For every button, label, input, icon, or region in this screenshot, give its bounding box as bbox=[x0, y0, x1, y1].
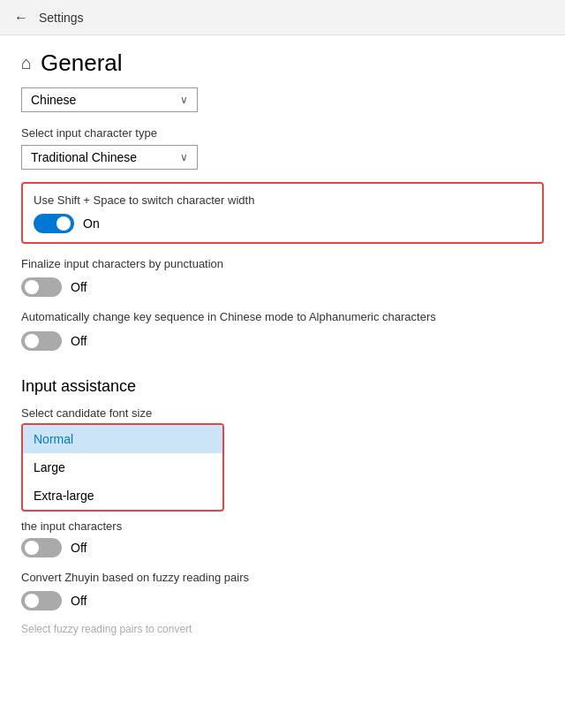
shift-space-toggle-knob bbox=[56, 216, 71, 231]
finalize-punctuation-knob bbox=[25, 280, 39, 294]
select-fuzzy-label: Select fuzzy reading pairs to convert bbox=[21, 623, 544, 635]
character-type-value: Traditional Chinese bbox=[31, 150, 137, 164]
auto-change-key-description: Automatically change key sequence in Chi… bbox=[21, 309, 544, 325]
candidate-font-option-normal[interactable]: Normal bbox=[23, 425, 222, 453]
back-button[interactable]: ← bbox=[14, 10, 28, 26]
candidate-font-label: Select candidate font size bbox=[21, 406, 544, 420]
convert-zhuyin-setting: Convert Zhuyin based on fuzzy reading pa… bbox=[21, 570, 544, 610]
candidate-font-option-extra-large[interactable]: Extra-large bbox=[23, 482, 222, 510]
convert-zhuyin-toggle-row: Off bbox=[21, 591, 544, 610]
shift-space-description: Use Shift + Space to switch character wi… bbox=[34, 193, 531, 209]
character-type-dropdown[interactable]: Traditional Chinese ∨ bbox=[21, 145, 198, 170]
convert-zhuyin-label: Off bbox=[71, 594, 87, 608]
finalize-punctuation-toggle[interactable] bbox=[21, 277, 62, 297]
auto-change-key-knob bbox=[25, 334, 39, 348]
candidate-font-container: Select candidate font size Normal Large … bbox=[21, 406, 544, 512]
auto-change-key-toggle[interactable] bbox=[21, 331, 62, 351]
candidate-font-option-large[interactable]: Large bbox=[23, 453, 222, 482]
auto-change-key-toggle-row: Off bbox=[21, 331, 544, 351]
input-characters-setting: the input characters Off bbox=[21, 519, 544, 557]
page-heading: ⌂ General bbox=[21, 49, 544, 77]
candidate-font-dropdown-list: Normal Large Extra-large bbox=[21, 423, 224, 512]
character-type-arrow: ∨ bbox=[180, 151, 188, 163]
finalize-punctuation-toggle-row: Off bbox=[21, 277, 544, 297]
language-dropdown[interactable]: Chinese ∨ bbox=[21, 87, 198, 112]
shift-space-toggle-row: On bbox=[34, 214, 531, 233]
input-assistance-heading: Input assistance bbox=[21, 377, 544, 396]
convert-zhuyin-description: Convert Zhuyin based on fuzzy reading pa… bbox=[21, 570, 544, 586]
input-characters-knob bbox=[25, 541, 39, 555]
input-characters-toggle-row: Off bbox=[21, 538, 544, 557]
section-divider bbox=[21, 363, 544, 370]
shift-space-toggle-label: On bbox=[83, 216, 100, 231]
convert-zhuyin-knob bbox=[25, 594, 39, 608]
character-type-setting: Select input character type Traditional … bbox=[21, 126, 544, 170]
language-dropdown-value: Chinese bbox=[31, 93, 76, 107]
input-characters-toggle[interactable] bbox=[21, 538, 62, 557]
home-icon: ⌂ bbox=[21, 53, 32, 73]
content-area: ⌂ General Chinese ∨ Select input charact… bbox=[0, 35, 565, 656]
header-bar: ← Settings bbox=[0, 0, 565, 35]
language-dropdown-arrow: ∨ bbox=[180, 94, 188, 106]
language-dropdown-container: Chinese ∨ bbox=[21, 87, 544, 112]
auto-change-key-setting: Automatically change key sequence in Chi… bbox=[21, 309, 544, 350]
shift-space-highlighted-box: Use Shift + Space to switch character wi… bbox=[21, 182, 544, 244]
convert-zhuyin-toggle[interactable] bbox=[21, 591, 62, 610]
page-title: General bbox=[41, 49, 123, 77]
input-characters-partial-text: the input characters bbox=[21, 519, 544, 535]
finalize-punctuation-description: Finalize input characters by punctuation bbox=[21, 256, 544, 272]
auto-change-key-label: Off bbox=[71, 334, 87, 348]
finalize-punctuation-label: Off bbox=[71, 280, 87, 294]
shift-space-toggle[interactable] bbox=[34, 214, 74, 233]
character-type-label: Select input character type bbox=[21, 126, 544, 140]
finalize-punctuation-setting: Finalize input characters by punctuation… bbox=[21, 256, 544, 297]
header-title: Settings bbox=[39, 11, 84, 25]
input-characters-toggle-label: Off bbox=[71, 541, 87, 555]
